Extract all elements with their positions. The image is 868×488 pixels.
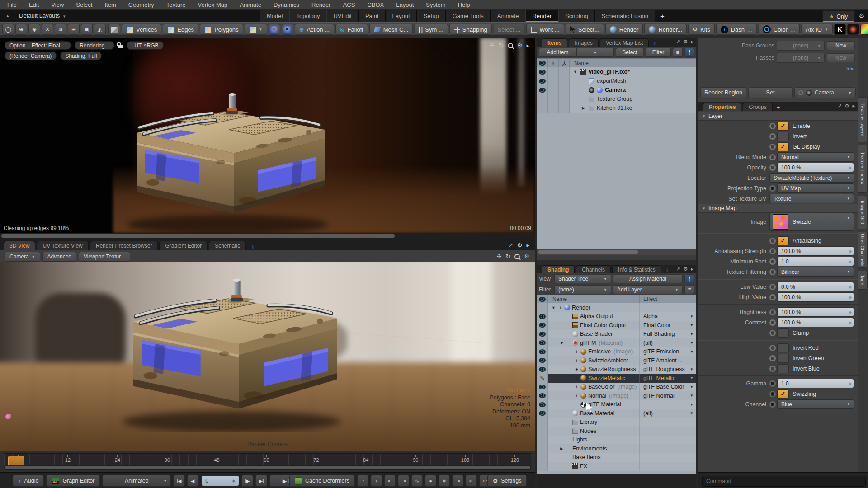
channel-ring-icon[interactable] — [769, 133, 776, 140]
checkbox[interactable]: ✓ — [777, 122, 789, 131]
kits-button[interactable]: ⚙Kits — [688, 24, 714, 35]
shader-tree-row[interactable]: + SwizzleRoughness glTF Roughness ▼ — [537, 365, 696, 374]
plus-icon[interactable]: + — [575, 349, 579, 354]
paint-brush-icon[interactable]: ✎ — [540, 375, 544, 381]
numeric-field[interactable]: 100.0 %◆ — [777, 246, 854, 256]
add-panel-tab-button[interactable]: + — [774, 104, 783, 111]
workspace-tab[interactable]: Render — [525, 10, 558, 22]
checkbox[interactable]: ✓ — [777, 142, 789, 151]
shader-tree-row[interactable]: Alpha Output Alpha ▼ — [537, 312, 696, 321]
eye-icon[interactable] — [539, 314, 546, 319]
more-icon[interactable]: ▸ — [852, 103, 855, 109]
workspace-tab[interactable]: Paint — [359, 10, 386, 22]
new-pass-group-button[interactable]: New — [827, 41, 855, 50]
checkbox[interactable] — [777, 364, 789, 373]
effect-cell[interactable]: glTF Roughness ▼ — [639, 365, 696, 374]
menu-item[interactable]: Select — [76, 1, 92, 8]
gear-icon[interactable]: ⚙ — [684, 266, 688, 272]
item-row[interactable]: Camera — [537, 85, 696, 94]
section-header[interactable]: ▼ Image Map — [698, 204, 858, 213]
expand-icon[interactable]: ↗ — [676, 39, 680, 45]
effect-cell[interactable] — [639, 444, 696, 453]
channel-ring-icon[interactable] — [769, 154, 776, 160]
spinner-icon[interactable]: ◆ — [849, 259, 852, 264]
default-layouts-dropdown[interactable]: Default Layouts▼ — [19, 12, 66, 19]
render-button[interactable]: Render — [605, 24, 643, 35]
effect-cell[interactable] — [639, 436, 696, 445]
shader-tree-row[interactable]: Base Shader Full Shading ▼ — [537, 330, 696, 339]
shader-tree-row[interactable]: + BaseColor (Image) glTF Base Color ▼ — [537, 383, 696, 392]
filter-button[interactable]: Filter — [646, 48, 671, 57]
new-pass-button[interactable]: New — [827, 53, 855, 62]
plus-icon[interactable]: + — [575, 393, 579, 399]
expand-passes-button[interactable]: >> — [698, 64, 858, 73]
transport-icon-button[interactable]: ∗ — [439, 475, 450, 487]
more-icon[interactable]: ▸ — [526, 242, 529, 249]
workspace-tab[interactable]: Animate — [491, 10, 526, 22]
effect-cell[interactable]: ▼ — [639, 400, 696, 409]
timeline-scrollbar[interactable] — [4, 465, 531, 470]
panel-tab[interactable]: Shading — [542, 265, 575, 273]
channel-ring-icon[interactable] — [769, 309, 776, 315]
shader-tree-row[interactable]: + Normal (Image) glTF Normal ▼ — [537, 391, 696, 400]
checkbox[interactable]: ✓ — [777, 389, 789, 399]
menu-item[interactable]: Layout — [396, 1, 414, 8]
plus-icon[interactable]: + — [575, 384, 579, 389]
spinner-icon[interactable]: ◆ — [849, 165, 852, 170]
checkbox[interactable]: ✓ — [777, 236, 789, 245]
effect-cell[interactable] — [639, 462, 696, 471]
shader-tree-row[interactable]: Base Material (all) ▼ — [537, 409, 696, 418]
timeline-ruler[interactable]: 01224364860728496108120 — [4, 453, 531, 465]
expander-icon[interactable]: ▼ — [559, 341, 565, 345]
spinner-icon[interactable]: ◆ — [849, 295, 852, 300]
numeric-field[interactable]: 100.0 %◆ — [777, 292, 854, 302]
assign-material-button[interactable]: Assign Material — [613, 274, 683, 283]
primitive-tool-button[interactable]: ⊞ — [68, 24, 80, 35]
panel-tab[interactable]: Channels — [576, 265, 611, 273]
effect-cell[interactable] — [639, 418, 696, 427]
effect-cell[interactable]: glTF Emission ▼ — [639, 347, 696, 357]
channel-ring-icon[interactable] — [769, 144, 776, 150]
pass-groups-dropdown[interactable]: (none)▼ — [777, 41, 825, 51]
channel-ring-icon[interactable] — [769, 366, 776, 372]
graph-editor-button[interactable]: Graph Editor — [46, 475, 100, 487]
transport-icon-button[interactable]: ● — [425, 475, 436, 487]
pin-layout-icon[interactable]: ▲ — [4, 12, 12, 19]
effect-cell[interactable] — [639, 453, 696, 462]
dropdown-field[interactable]: UV Map▼ — [777, 183, 854, 193]
render-region-button[interactable]: Render Region — [700, 87, 746, 98]
only-button[interactable]: ★ Only — [822, 10, 855, 23]
color-button[interactable]: Color... — [758, 24, 800, 35]
items-scrollbar[interactable] — [537, 249, 696, 255]
expand-icon[interactable]: ↗ — [676, 266, 680, 272]
prev-key-button[interactable]: ◀| — [187, 475, 199, 487]
numeric-field[interactable]: 100.0 %◆ — [777, 318, 854, 327]
primitive-tool-button[interactable]: ◯ — [2, 24, 14, 35]
zoom-icon[interactable] — [508, 43, 513, 48]
image-field[interactable]: Swizzle▼ — [769, 213, 854, 231]
expander-icon[interactable]: ▶ — [559, 446, 565, 451]
menu-item[interactable]: Edit — [29, 1, 39, 8]
camera-dropdown[interactable]: Camera ▼ — [794, 87, 856, 98]
viewport-camera-dropdown[interactable]: Camera▼ — [5, 252, 40, 262]
numeric-field[interactable]: 100.0 %◆ — [777, 163, 854, 172]
eye-icon[interactable] — [539, 358, 546, 363]
work-plane-button[interactable]: Work ... — [526, 24, 564, 35]
eye-icon[interactable] — [539, 411, 546, 416]
shader-tree-row[interactable]: ▼ glTFM (Material) (all) ▼ — [537, 338, 696, 347]
primitive-tool-button[interactable]: ◈ — [28, 24, 40, 35]
effect-cell[interactable]: glTF Normal ▼ — [639, 391, 696, 400]
eye-icon[interactable] — [539, 332, 546, 337]
channel-ring-icon[interactable] — [769, 238, 776, 244]
shield-tool-button-2[interactable] — [282, 24, 293, 35]
vertical-tab-texture-layers[interactable]: Texture Layers — [858, 97, 868, 142]
numeric-field[interactable]: 100.0 %◆ — [777, 307, 854, 317]
channel-dot-icon[interactable] — [769, 380, 776, 387]
plus-icon[interactable]: + — [575, 375, 579, 381]
effect-cell[interactable]: Full Shading ▼ — [639, 330, 696, 339]
menu-item[interactable]: ACS — [343, 1, 355, 8]
workspace-tab[interactable]: Setup — [417, 10, 446, 22]
add-layer-dropdown[interactable]: Add Layer▼ — [613, 285, 683, 294]
name-column-header[interactable]: Name — [548, 296, 639, 302]
effect-cell[interactable]: glTF Ambient ... — [639, 356, 696, 365]
